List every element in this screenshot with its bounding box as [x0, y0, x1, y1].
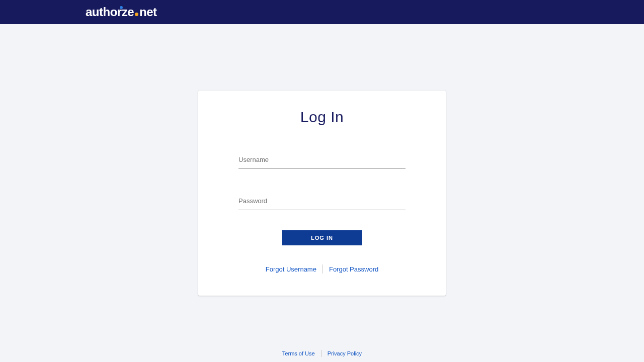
password-field-wrap — [238, 193, 406, 210]
header-bar: authorzenet — [0, 0, 644, 24]
username-field-wrap — [238, 152, 406, 169]
page-title: Log In — [300, 109, 344, 126]
forgot-password-link[interactable]: Forgot Password — [329, 265, 378, 273]
login-card: Log In LOG IN Forgot Username Forgot Pas… — [198, 90, 446, 296]
terms-of-use-link[interactable]: Terms of Use — [282, 350, 315, 356]
brand-logo: authorzenet — [86, 5, 157, 19]
login-button[interactable]: LOG IN — [282, 230, 362, 245]
brand-text-2: ze — [122, 5, 134, 19]
username-input[interactable] — [238, 152, 406, 169]
footer: Terms of Use Privacy Policy — [0, 350, 644, 357]
privacy-policy-link[interactable]: Privacy Policy — [328, 350, 362, 356]
brand-text-1: author — [86, 5, 122, 19]
logo-dot-orange-icon — [135, 13, 138, 16]
forgot-links-row: Forgot Username Forgot Password — [266, 264, 378, 274]
brand-text-3: net — [139, 5, 157, 19]
logo-dot-blue-icon — [120, 6, 123, 9]
forgot-username-link[interactable]: Forgot Username — [266, 265, 316, 273]
divider-icon — [323, 264, 323, 274]
divider-icon — [321, 350, 321, 357]
password-input[interactable] — [238, 193, 406, 210]
